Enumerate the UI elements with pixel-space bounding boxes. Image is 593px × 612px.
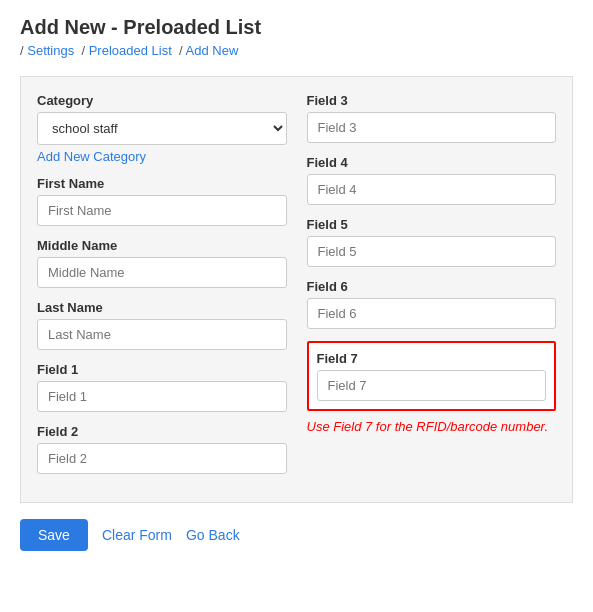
field7-highlighted-group: Field 7	[307, 341, 557, 411]
middle-name-group: Middle Name	[37, 238, 287, 288]
first-name-input[interactable]	[37, 195, 287, 226]
field6-input[interactable]	[307, 298, 557, 329]
category-group: Category school staff Add New Category	[37, 93, 287, 164]
first-name-group: First Name	[37, 176, 287, 226]
field2-label: Field 2	[37, 424, 287, 439]
field1-group: Field 1	[37, 362, 287, 412]
last-name-label: Last Name	[37, 300, 287, 315]
field7-input[interactable]	[317, 370, 547, 401]
field2-input[interactable]	[37, 443, 287, 474]
breadcrumb-add-new[interactable]: Add New	[186, 43, 239, 58]
field3-label: Field 3	[307, 93, 557, 108]
field3-input[interactable]	[307, 112, 557, 143]
form-left-column: Category school staff Add New Category F…	[37, 93, 287, 486]
field6-group: Field 6	[307, 279, 557, 329]
clear-form-link[interactable]: Clear Form	[102, 527, 172, 543]
category-label: Category	[37, 93, 287, 108]
last-name-input[interactable]	[37, 319, 287, 350]
middle-name-input[interactable]	[37, 257, 287, 288]
page-title: Add New - Preloaded List	[20, 16, 573, 39]
middle-name-label: Middle Name	[37, 238, 287, 253]
form-footer: Save Clear Form Go Back	[20, 519, 573, 551]
field4-label: Field 4	[307, 155, 557, 170]
field5-group: Field 5	[307, 217, 557, 267]
form-body: Category school staff Add New Category F…	[20, 76, 573, 503]
save-button[interactable]: Save	[20, 519, 88, 551]
field3-group: Field 3	[307, 93, 557, 143]
last-name-group: Last Name	[37, 300, 287, 350]
field5-input[interactable]	[307, 236, 557, 267]
field1-input[interactable]	[37, 381, 287, 412]
breadcrumb-preloaded-list[interactable]: Preloaded List	[89, 43, 172, 58]
category-select[interactable]: school staff	[37, 112, 287, 145]
breadcrumb: / Settings / Preloaded List / Add New	[20, 43, 573, 58]
field1-label: Field 1	[37, 362, 287, 377]
field5-label: Field 5	[307, 217, 557, 232]
field2-group: Field 2	[37, 424, 287, 474]
first-name-label: First Name	[37, 176, 287, 191]
breadcrumb-settings[interactable]: Settings	[27, 43, 74, 58]
field4-group: Field 4	[307, 155, 557, 205]
field7-label: Field 7	[317, 351, 547, 366]
form-right-column: Field 3 Field 4 Field 5 Field 6 Field 7 …	[307, 93, 557, 486]
field7-note: Use Field 7 for the RFID/barcode number.	[307, 417, 557, 437]
go-back-link[interactable]: Go Back	[186, 527, 240, 543]
field6-label: Field 6	[307, 279, 557, 294]
add-new-category-link[interactable]: Add New Category	[37, 149, 287, 164]
field4-input[interactable]	[307, 174, 557, 205]
